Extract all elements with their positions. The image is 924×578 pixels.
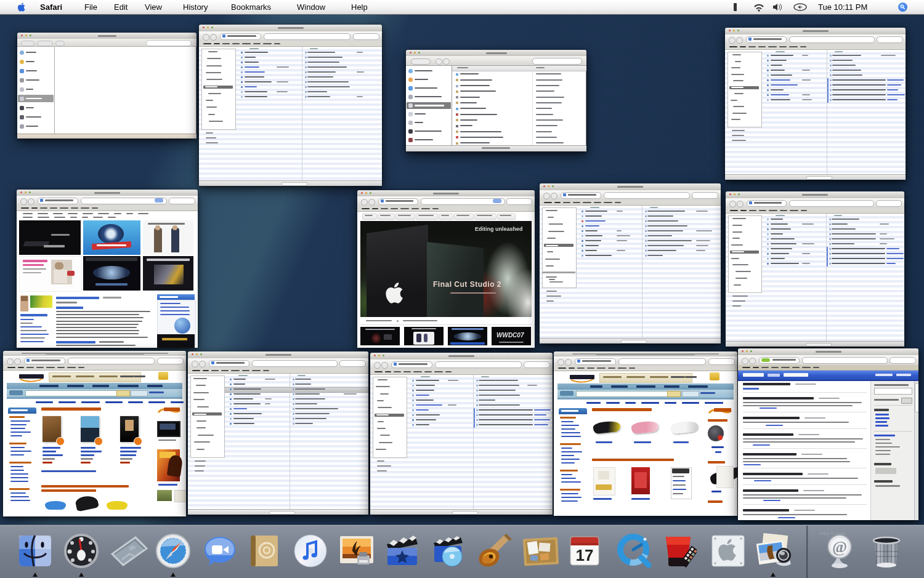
svg-text:17: 17: [576, 546, 594, 564]
svg-text:@: @: [832, 538, 847, 556]
